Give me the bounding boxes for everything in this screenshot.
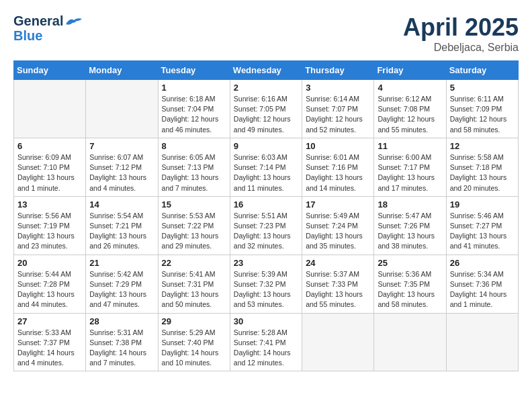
day-number: 20 bbox=[17, 258, 82, 268]
day-info: Sunrise: 5:53 AMSunset: 7:22 PMDaylight:… bbox=[162, 211, 226, 252]
calendar-cell: 20Sunrise: 5:44 AMSunset: 7:28 PMDayligh… bbox=[14, 255, 86, 313]
day-info: Sunrise: 6:09 AMSunset: 7:10 PMDaylight:… bbox=[17, 152, 82, 193]
day-info: Sunrise: 5:44 AMSunset: 7:28 PMDaylight:… bbox=[17, 269, 82, 310]
logo-bird-icon bbox=[64, 16, 83, 28]
day-number: 30 bbox=[234, 316, 298, 326]
calendar-cell bbox=[14, 80, 86, 138]
calendar-cell bbox=[86, 80, 158, 138]
day-info: Sunrise: 5:29 AMSunset: 7:40 PMDaylight:… bbox=[162, 328, 226, 369]
day-number: 24 bbox=[306, 258, 370, 268]
day-info: Sunrise: 5:46 AMSunset: 7:27 PMDaylight:… bbox=[450, 211, 515, 252]
day-of-week-header: Tuesday bbox=[158, 61, 230, 80]
calendar-cell: 24Sunrise: 5:37 AMSunset: 7:33 PMDayligh… bbox=[302, 255, 374, 313]
day-number: 7 bbox=[89, 141, 154, 151]
calendar-week-row: 13Sunrise: 5:56 AMSunset: 7:19 PMDayligh… bbox=[14, 196, 519, 255]
calendar-cell: 13Sunrise: 5:56 AMSunset: 7:19 PMDayligh… bbox=[14, 196, 86, 255]
day-number: 21 bbox=[89, 258, 154, 268]
day-of-week-header: Monday bbox=[86, 61, 158, 80]
day-of-week-header: Saturday bbox=[446, 61, 518, 80]
day-info: Sunrise: 5:31 AMSunset: 7:38 PMDaylight:… bbox=[89, 328, 154, 369]
day-info: Sunrise: 6:11 AMSunset: 7:09 PMDaylight:… bbox=[450, 94, 515, 135]
day-info: Sunrise: 5:37 AMSunset: 7:33 PMDaylight:… bbox=[306, 269, 370, 310]
calendar-cell: 25Sunrise: 5:36 AMSunset: 7:35 PMDayligh… bbox=[374, 255, 446, 313]
day-number: 2 bbox=[234, 83, 298, 93]
calendar-cell: 16Sunrise: 5:51 AMSunset: 7:23 PMDayligh… bbox=[230, 196, 302, 255]
day-of-week-header: Friday bbox=[374, 61, 446, 80]
calendar-cell bbox=[374, 313, 446, 371]
calendar-week-row: 1Sunrise: 6:18 AMSunset: 7:04 PMDaylight… bbox=[14, 80, 519, 138]
day-info: Sunrise: 5:34 AMSunset: 7:36 PMDaylight:… bbox=[450, 269, 515, 310]
calendar-cell: 27Sunrise: 5:33 AMSunset: 7:37 PMDayligh… bbox=[14, 313, 86, 371]
calendar-cell: 12Sunrise: 5:58 AMSunset: 7:18 PMDayligh… bbox=[446, 138, 518, 196]
day-number: 3 bbox=[306, 83, 370, 93]
calendar-week-row: 20Sunrise: 5:44 AMSunset: 7:28 PMDayligh… bbox=[14, 255, 519, 313]
day-number: 19 bbox=[450, 199, 515, 210]
logo-blue: Blue bbox=[13, 28, 83, 43]
day-info: Sunrise: 5:39 AMSunset: 7:32 PMDaylight:… bbox=[234, 269, 298, 310]
calendar-cell: 10Sunrise: 6:01 AMSunset: 7:16 PMDayligh… bbox=[302, 138, 374, 196]
calendar-cell: 3Sunrise: 6:14 AMSunset: 7:07 PMDaylight… bbox=[302, 80, 374, 138]
calendar-cell: 4Sunrise: 6:12 AMSunset: 7:08 PMDaylight… bbox=[374, 80, 446, 138]
day-number: 26 bbox=[450, 258, 515, 268]
calendar-cell: 5Sunrise: 6:11 AMSunset: 7:09 PMDaylight… bbox=[446, 80, 518, 138]
day-info: Sunrise: 6:14 AMSunset: 7:07 PMDaylight:… bbox=[306, 94, 370, 135]
day-number: 9 bbox=[234, 141, 298, 151]
day-number: 22 bbox=[162, 258, 226, 268]
day-number: 25 bbox=[378, 258, 442, 268]
day-info: Sunrise: 6:00 AMSunset: 7:17 PMDaylight:… bbox=[378, 152, 442, 193]
day-number: 14 bbox=[89, 199, 154, 210]
day-info: Sunrise: 6:01 AMSunset: 7:16 PMDaylight:… bbox=[306, 152, 370, 193]
day-number: 10 bbox=[306, 141, 370, 151]
day-number: 1 bbox=[162, 83, 226, 93]
day-info: Sunrise: 6:18 AMSunset: 7:04 PMDaylight:… bbox=[162, 94, 226, 135]
day-number: 6 bbox=[17, 141, 82, 151]
logo: General Blue bbox=[13, 13, 83, 43]
day-number: 18 bbox=[378, 199, 442, 210]
calendar-cell: 1Sunrise: 6:18 AMSunset: 7:04 PMDaylight… bbox=[158, 80, 230, 138]
day-info: Sunrise: 5:28 AMSunset: 7:41 PMDaylight:… bbox=[234, 328, 298, 369]
calendar-cell: 19Sunrise: 5:46 AMSunset: 7:27 PMDayligh… bbox=[446, 196, 518, 255]
day-info: Sunrise: 5:36 AMSunset: 7:35 PMDaylight:… bbox=[378, 269, 442, 310]
calendar-cell: 18Sunrise: 5:47 AMSunset: 7:26 PMDayligh… bbox=[374, 196, 446, 255]
calendar-cell: 6Sunrise: 6:09 AMSunset: 7:10 PMDaylight… bbox=[14, 138, 86, 196]
day-number: 13 bbox=[17, 199, 82, 210]
day-info: Sunrise: 6:03 AMSunset: 7:14 PMDaylight:… bbox=[234, 152, 298, 193]
day-info: Sunrise: 5:58 AMSunset: 7:18 PMDaylight:… bbox=[450, 152, 515, 193]
calendar-cell: 26Sunrise: 5:34 AMSunset: 7:36 PMDayligh… bbox=[446, 255, 518, 313]
day-info: Sunrise: 5:33 AMSunset: 7:37 PMDaylight:… bbox=[17, 328, 82, 369]
day-of-week-header: Wednesday bbox=[230, 61, 302, 80]
day-number: 17 bbox=[306, 199, 370, 210]
calendar-cell: 9Sunrise: 6:03 AMSunset: 7:14 PMDaylight… bbox=[230, 138, 302, 196]
calendar-cell bbox=[446, 313, 518, 371]
logo-general: General bbox=[13, 13, 83, 28]
calendar-cell: 8Sunrise: 6:05 AMSunset: 7:13 PMDaylight… bbox=[158, 138, 230, 196]
calendar-cell: 11Sunrise: 6:00 AMSunset: 7:17 PMDayligh… bbox=[374, 138, 446, 196]
day-info: Sunrise: 5:51 AMSunset: 7:23 PMDaylight:… bbox=[234, 211, 298, 252]
day-number: 15 bbox=[162, 199, 226, 210]
day-number: 8 bbox=[162, 141, 226, 151]
day-info: Sunrise: 5:42 AMSunset: 7:29 PMDaylight:… bbox=[89, 269, 154, 310]
calendar-cell: 17Sunrise: 5:49 AMSunset: 7:24 PMDayligh… bbox=[302, 196, 374, 255]
calendar-week-row: 27Sunrise: 5:33 AMSunset: 7:37 PMDayligh… bbox=[14, 313, 519, 371]
day-number: 16 bbox=[234, 199, 298, 210]
calendar-cell: 28Sunrise: 5:31 AMSunset: 7:38 PMDayligh… bbox=[86, 313, 158, 371]
calendar-header-row: SundayMondayTuesdayWednesdayThursdayFrid… bbox=[14, 61, 519, 80]
calendar-cell: 21Sunrise: 5:42 AMSunset: 7:29 PMDayligh… bbox=[86, 255, 158, 313]
calendar-cell: 29Sunrise: 5:29 AMSunset: 7:40 PMDayligh… bbox=[158, 313, 230, 371]
day-info: Sunrise: 5:56 AMSunset: 7:19 PMDaylight:… bbox=[17, 211, 82, 252]
location-subtitle: Debeljaca, Serbia bbox=[403, 42, 519, 54]
calendar-cell bbox=[302, 313, 374, 371]
day-number: 4 bbox=[378, 83, 442, 93]
calendar-week-row: 6Sunrise: 6:09 AMSunset: 7:10 PMDaylight… bbox=[14, 138, 519, 196]
calendar-cell: 14Sunrise: 5:54 AMSunset: 7:21 PMDayligh… bbox=[86, 196, 158, 255]
day-info: Sunrise: 5:47 AMSunset: 7:26 PMDaylight:… bbox=[378, 211, 442, 252]
calendar-cell: 30Sunrise: 5:28 AMSunset: 7:41 PMDayligh… bbox=[230, 313, 302, 371]
day-info: Sunrise: 6:07 AMSunset: 7:12 PMDaylight:… bbox=[89, 152, 154, 193]
day-of-week-header: Sunday bbox=[14, 61, 86, 80]
month-title: April 2025 bbox=[403, 13, 519, 42]
day-of-week-header: Thursday bbox=[302, 61, 374, 80]
day-number: 23 bbox=[234, 258, 298, 268]
calendar-cell: 7Sunrise: 6:07 AMSunset: 7:12 PMDaylight… bbox=[86, 138, 158, 196]
day-info: Sunrise: 5:49 AMSunset: 7:24 PMDaylight:… bbox=[306, 211, 370, 252]
day-number: 29 bbox=[162, 316, 226, 326]
